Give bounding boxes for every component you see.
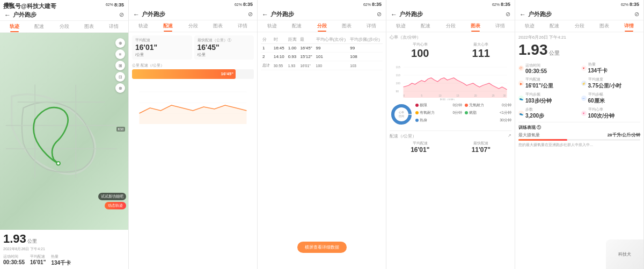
- detail-item-stride: ↔ 平均步幅 60厘米: [581, 92, 641, 105]
- header-icon-2[interactable]: ⊘: [248, 11, 253, 18]
- dynamic-track-btn[interactable]: 动态轨迹: [105, 202, 126, 209]
- max-speed-value: 16'45": [197, 43, 251, 52]
- tab-speed-3[interactable]: 配速: [284, 20, 309, 32]
- tab-splits-4[interactable]: 分段: [438, 20, 463, 32]
- svg-text:15: 15: [457, 94, 460, 97]
- legend-warmup-dot: [415, 119, 419, 122]
- max-speed-label: 最快配速（公里）①: [197, 38, 251, 43]
- tab-speed-4[interactable]: 配速: [413, 20, 438, 32]
- tab-speed-5[interactable]: 配速: [542, 20, 567, 32]
- status-bar-2: 62% 8:35: [129, 0, 257, 9]
- duration-icon: ⏱: [518, 66, 524, 71]
- chart-label: 公里 配速（/公里）: [132, 63, 164, 68]
- tab-track-1[interactable]: 轨迹: [2, 21, 27, 32]
- status-left: 搜狐: [4, 2, 13, 8]
- cadence-icon: 👟: [518, 96, 524, 101]
- heart-stats: 平均心率 100 最大心率 111: [390, 42, 511, 60]
- tab-detail-4[interactable]: 详情: [488, 20, 513, 32]
- header-icon-4[interactable]: ⊘: [506, 11, 510, 18]
- status-icons-4: 62% 8:35: [492, 2, 510, 7]
- back-button-2[interactable]: ←: [133, 11, 140, 18]
- tab-chart-5[interactable]: 图表: [592, 20, 617, 32]
- panel-details: 62% 8:35 ← 户外跑步 ⊘ 轨迹 配速 分段 图表 详情 2022年6月…: [515, 0, 644, 269]
- speed-icon: ⚡: [581, 81, 587, 86]
- svg-text:心率: 心率: [398, 111, 404, 114]
- header-icon-5[interactable]: ⊘: [634, 11, 639, 18]
- back-button-4[interactable]: ←: [391, 11, 397, 18]
- cell-pace1: 16'45": [298, 44, 314, 53]
- time-3: 8:35: [372, 2, 382, 7]
- tab-chart-1[interactable]: 图表: [77, 21, 101, 32]
- legend-fatburn-value: <1分钟: [500, 110, 511, 115]
- tab-chart-3[interactable]: 图表: [334, 20, 359, 32]
- status-bar-5: 62% 8:35: [515, 0, 643, 9]
- tab-detail-2[interactable]: 详情: [230, 20, 255, 32]
- map-locate-btn[interactable]: ⊕: [115, 38, 125, 48]
- cell-hr1: 99: [314, 44, 349, 53]
- time-5: 8:35: [630, 2, 639, 7]
- svg-text:100: 100: [396, 82, 401, 85]
- tab-speed-1[interactable]: 配速: [27, 21, 52, 32]
- tab-bar-4: 轨迹 配速 分段 图表 详情: [386, 20, 515, 32]
- heartrate-content: 心率（次/分钟） 平均心率 100 最大心率 111 115 110 100 9…: [386, 32, 515, 269]
- tab-bar-2: 轨迹 配速 分段 图表 详情: [129, 20, 257, 32]
- header-title-5: 户外跑步: [528, 10, 634, 18]
- map-profile-btn[interactable]: ⊗: [115, 83, 125, 93]
- tab-splits-2[interactable]: 分段: [180, 20, 205, 32]
- svg-text:20: 20: [474, 94, 478, 97]
- tab-splits-5[interactable]: 分段: [567, 20, 591, 32]
- training-section: 训练表现 ① 最大摄氧量 28千升/公斤/分钟 您的最大摄氧量在亚洲跑步社群人中…: [518, 122, 640, 147]
- tab-detail-3[interactable]: 详情: [359, 20, 384, 32]
- header-title-4: 户外跑步: [399, 10, 506, 18]
- map-stats: 运动时间 00:30:55 平均配速 16'01" 热量 134千卡: [3, 254, 125, 267]
- tab-speed-2[interactable]: 配速: [156, 20, 180, 32]
- trial-button[interactable]: 试试新功能吧: [98, 193, 126, 200]
- landscape-btn[interactable]: 横屏查看详细数据: [297, 242, 347, 253]
- status-bar-4: 62% 8:35: [386, 0, 515, 9]
- map-scale: KM: [116, 127, 126, 132]
- detail-item-duration: ⏱ 运动时间 00:30:55: [518, 62, 578, 75]
- back-button-5[interactable]: ←: [519, 11, 526, 18]
- tab-detail-5[interactable]: 详情: [617, 20, 641, 32]
- back-button-1[interactable]: ←: [4, 11, 11, 19]
- battery-1: 62%: [106, 3, 113, 6]
- tab-track-2[interactable]: 轨迹: [131, 20, 156, 32]
- detail-item-calories: ♥ 热量 134千卡: [581, 62, 641, 75]
- total-row: 总计 30:55 1.93 16'01" 100 103: [261, 61, 383, 70]
- tab-chart-4[interactable]: 图表: [463, 20, 488, 32]
- legend-fatburn-label: 燃脂: [469, 110, 477, 115]
- header-icon-3[interactable]: ⊘: [377, 11, 382, 18]
- header-title-1: 户外跑步: [13, 11, 119, 19]
- tab-chart-2[interactable]: 图表: [206, 20, 230, 32]
- max-pace-stat: 最快配速 11'07": [472, 141, 491, 154]
- pace-expand-icon[interactable]: ↗: [508, 133, 511, 139]
- tab-detail-1[interactable]: 详情: [101, 21, 126, 32]
- cell-dist1: 1.00: [287, 44, 299, 53]
- tab-splits-1[interactable]: 分段: [52, 21, 76, 32]
- map-expand-btn[interactable]: ⊞: [115, 61, 125, 70]
- pace-section-title: 配速（/公里）: [390, 133, 416, 139]
- vo2-value: 28千升/公斤/分钟: [608, 132, 640, 138]
- mascot-label: 科技犬: [618, 251, 631, 257]
- map-layers-btn[interactable]: ≡: [115, 49, 125, 59]
- hr-legend-list: 极限 0分钟 无氧耐力 0分钟 有氧耐力 0分钟: [415, 103, 511, 125]
- status-icons-5: 62% 8:35: [621, 2, 639, 7]
- svg-text:115: 115: [396, 66, 401, 69]
- hr-inner: 平均心率 100次/分钟: [588, 107, 614, 120]
- splits-header-row: 分 时 距离 最 平均心率(次/分) 平均步频(步/分): [261, 35, 383, 44]
- detail-item-steps: 👟 步数 3,200步: [518, 107, 578, 120]
- cell-total-cad: 103: [348, 61, 383, 70]
- tab-track-4[interactable]: 轨迹: [389, 20, 413, 32]
- map-layers2-btn[interactable]: ⊡: [115, 72, 125, 82]
- back-button-3[interactable]: ←: [262, 11, 268, 18]
- map-distance: 1.93 公里: [3, 232, 125, 246]
- tab-track-3[interactable]: 轨迹: [260, 20, 284, 32]
- training-note: 您的最大摄氧量在亚洲跑步社群人中排入中...: [518, 142, 640, 147]
- svg-point-1: [57, 162, 59, 164]
- avg-speed-label: 平均配速: [135, 38, 189, 43]
- tab-track-5[interactable]: 轨迹: [517, 20, 542, 32]
- cell-total-pace: 16'01": [298, 61, 314, 70]
- tab-splits-3[interactable]: 分段: [309, 20, 334, 32]
- steps-inner: 步数 3,200步: [525, 107, 544, 120]
- header-icon-1[interactable]: ⊘: [119, 11, 124, 18]
